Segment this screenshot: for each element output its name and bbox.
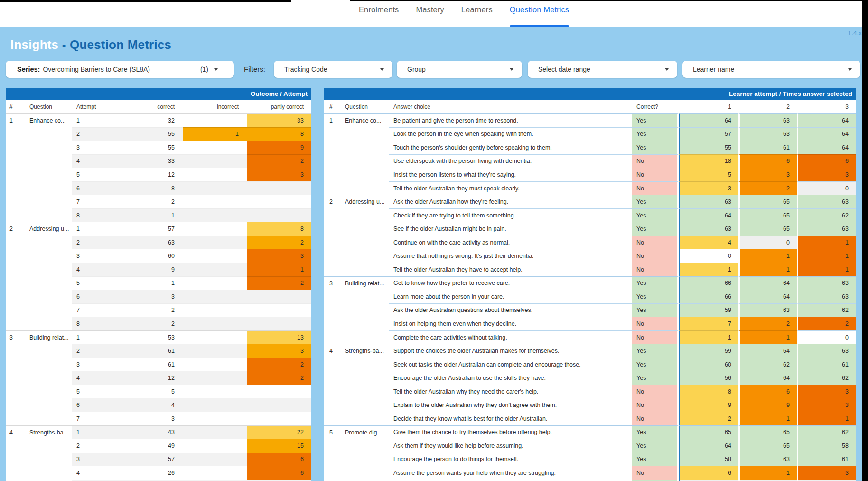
- answer-choice-cell: Be patient and give the person time to r…: [389, 113, 632, 127]
- question-number-cell: 4: [324, 344, 344, 425]
- incorrect-count-cell: [183, 222, 247, 236]
- series-count: (1): [200, 66, 208, 73]
- correct-flag-cell: Yes: [632, 439, 679, 453]
- answer-row: Seek out tasks the older Australian can …: [324, 358, 856, 371]
- incorrect-count-cell: [183, 276, 247, 290]
- times-selected-cell: 60: [679, 358, 738, 371]
- incorrect-count-cell: [183, 425, 247, 439]
- answer-choice-cell: Tell the older Australian they have to a…: [389, 263, 632, 276]
- answer-row: Encourage the person to do things for th…: [324, 453, 856, 466]
- correct-flag-cell: Yes: [632, 371, 679, 385]
- times-selected-cell: 64: [797, 127, 856, 141]
- correct-flag-cell: No: [632, 385, 679, 398]
- attempt-cell: 6: [72, 181, 119, 195]
- question-cell: Strengths-ba...: [26, 425, 72, 481]
- tab-enrolments[interactable]: Enrolments: [355, 0, 403, 27]
- correct-flag-cell: No: [632, 154, 679, 168]
- correct-flag-cell: Yes: [632, 303, 679, 317]
- times-selected-cell: 61: [797, 453, 856, 466]
- answer-choice-cell: See if the older Australian might be in …: [389, 222, 632, 236]
- times-selected-cell: 64: [738, 344, 797, 358]
- answer-row: Use elderspeak with the person living wi…: [324, 154, 856, 168]
- partly-correct-count-cell: 2: [247, 371, 311, 385]
- times-selected-cell: 64: [679, 208, 738, 222]
- attempt-cell: 6: [72, 398, 119, 412]
- answer-row: Explain to the older Australian why they…: [324, 398, 856, 412]
- correct-flag-cell: Yes: [632, 195, 679, 208]
- incorrect-count-cell: [183, 249, 247, 263]
- answer-choice-cell: Assume the person wants your help when t…: [389, 466, 632, 480]
- attempt-cell: 1: [72, 222, 119, 236]
- incorrect-count-cell: [183, 439, 247, 453]
- times-selected-cell: 64: [679, 113, 738, 127]
- correct-count-cell: 43: [119, 425, 183, 439]
- times-selected-cell: 9: [738, 398, 797, 412]
- answer-row: Assume that nothing is wrong. It's just …: [324, 249, 856, 263]
- incorrect-count-cell: [183, 330, 247, 344]
- times-selected-cell: 63: [738, 127, 797, 141]
- attempt-cell: 4: [72, 371, 119, 385]
- tracking-code-dropdown[interactable]: Tracking Code: [274, 61, 392, 78]
- times-selected-cell: 2: [738, 181, 797, 195]
- attempt-cell: 1: [72, 113, 119, 127]
- date-range-dropdown[interactable]: Select date range: [528, 61, 677, 78]
- correct-flag-cell: No: [632, 466, 679, 480]
- times-selected-cell: 0: [797, 330, 856, 344]
- times-selected-cell: 63: [679, 222, 738, 236]
- times-selected-cell: 1: [738, 466, 797, 480]
- tab-learners[interactable]: Learners: [457, 0, 497, 27]
- times-selected-cell: 65: [738, 425, 797, 439]
- times-selected-cell: 63: [797, 195, 856, 208]
- correct-count-cell: 8: [119, 181, 183, 195]
- correct-count-cell: 3: [119, 290, 183, 303]
- partly-correct-count-cell: 9: [247, 141, 311, 154]
- partly-correct-count-cell: [247, 398, 311, 412]
- correct-count-cell: 1: [119, 276, 183, 290]
- times-selected-cell: 66: [679, 276, 738, 290]
- times-selected-cell: 8: [679, 385, 738, 398]
- incorrect-count-cell: [183, 317, 247, 330]
- answer-choice-cell: Learn more about the person in your care…: [389, 290, 632, 303]
- tab-question-metrics[interactable]: Question Metrics: [505, 0, 573, 27]
- tab-label: Mastery: [416, 5, 444, 14]
- answer-row: Check if they are trying to tell them so…: [324, 208, 856, 222]
- correct-count-cell: 60: [119, 249, 183, 263]
- attempt-cell: 7: [72, 412, 119, 425]
- incorrect-count-cell: [183, 303, 247, 317]
- correct-count-cell: 5: [119, 385, 183, 398]
- attempt-cell: 2: [72, 127, 119, 141]
- col-header: #: [6, 100, 26, 113]
- partly-correct-count-cell: 15: [247, 439, 311, 453]
- times-selected-cell: 61: [797, 358, 856, 371]
- times-selected-cell: 1: [679, 263, 738, 276]
- times-selected-cell: 9: [679, 398, 738, 412]
- page-title-separator: -: [62, 38, 66, 52]
- group-dropdown[interactable]: Group: [397, 61, 522, 78]
- correct-flag-cell: Yes: [632, 141, 679, 154]
- series-dropdown[interactable]: Series: Overcoming Barriers to Care (SL8…: [6, 61, 234, 78]
- attempt-cell: 8: [72, 208, 119, 222]
- chevron-down-icon: [665, 68, 669, 71]
- incorrect-count-cell: [183, 371, 247, 385]
- partly-correct-count-cell: [247, 195, 311, 208]
- filters-label: Filters:: [244, 61, 265, 78]
- times-selected-cell: 3: [797, 398, 856, 412]
- correct-count-cell: 2: [119, 317, 183, 330]
- incorrect-count-cell: [183, 466, 247, 480]
- learner-name-dropdown[interactable]: Learner name: [682, 61, 860, 78]
- times-selected-cell: 62: [797, 303, 856, 317]
- attempt-cell: 4: [72, 466, 119, 480]
- answer-choice-cell: Insist the person listens to what they'r…: [389, 168, 632, 181]
- col-header: Attempt: [72, 100, 119, 113]
- col-header: 2: [738, 100, 797, 113]
- partly-correct-count-cell: 3: [247, 249, 311, 263]
- answer-row: Decide that they know what is best for t…: [324, 412, 856, 425]
- answer-choice-cell: Give them the chance to try themselves b…: [389, 425, 632, 439]
- col-header: incorrect: [183, 100, 247, 113]
- tab-mastery[interactable]: Mastery: [411, 0, 448, 27]
- incorrect-count-cell: [183, 453, 247, 466]
- answer-choice-cell: Touch the person's shoulder gently befor…: [389, 141, 632, 154]
- correct-flag-cell: Yes: [632, 344, 679, 358]
- times-selected-cell: 64: [797, 141, 856, 154]
- times-selected-cell: 6: [738, 385, 797, 398]
